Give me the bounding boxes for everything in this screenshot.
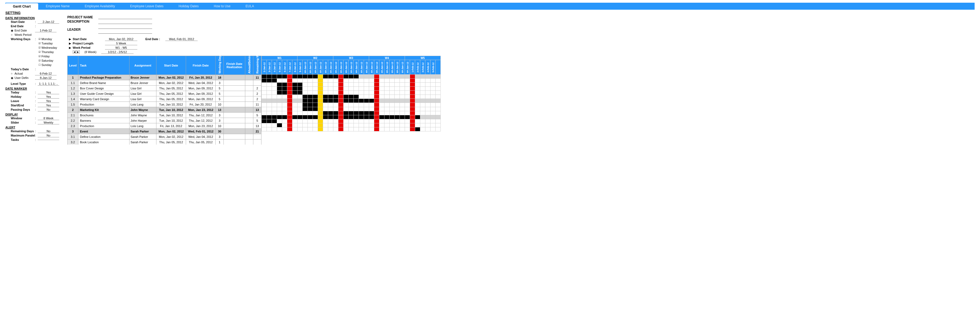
tab-employee-name[interactable]: Employee Name [38, 3, 77, 10]
date-marker-label-4: Passing Days [11, 108, 35, 111]
week-header: W1 [262, 56, 298, 60]
monday-check[interactable]: ☑ [38, 38, 41, 40]
week-spinner[interactable]: ◀▶ [73, 50, 80, 54]
table-row[interactable]: 1Product Package PreparationBruce Jenner… [68, 75, 261, 80]
saturday-check[interactable]: ☑ [38, 59, 41, 62]
date-header: ##-Jan-12 [390, 60, 395, 75]
date-header: ##-Jan-12 [400, 60, 405, 75]
table-row[interactable]: 2.1BrochuresJohn WayneTue, Jan 10, 2012T… [68, 113, 261, 118]
date-marker-val-4[interactable]: No [38, 108, 59, 112]
table-row[interactable]: 1.1Define Brand NameBruce JennerMon, Jan… [68, 80, 261, 86]
tuesday-check[interactable]: ☑ [38, 42, 41, 45]
week-period-radio[interactable]: ○ [11, 33, 13, 37]
actual-radio[interactable]: ○ [11, 72, 13, 75]
date-marker-val-2[interactable]: Yes [38, 99, 59, 103]
project-desc-label: DESCRIPTION [67, 20, 93, 24]
col-ab: Ahead/Behind [245, 56, 253, 75]
sunday-check[interactable]: ☐ [38, 64, 41, 66]
timeline-row [262, 91, 441, 95]
date-header [436, 60, 441, 75]
display-val-0[interactable]: 8 Week [38, 116, 59, 120]
date-header: ##-Jan-12 [302, 60, 308, 75]
alert-val-2[interactable] [38, 140, 59, 140]
sheet-tabs: Gantt Chart Employee Name Employee Avail… [5, 3, 975, 10]
week-header: W3 [333, 56, 369, 60]
table-row[interactable]: 1.2Box Cover DesignLisa GirlThu, Jan 05,… [68, 86, 261, 91]
friday-check[interactable]: ☑ [38, 55, 41, 57]
date-header: ##-Jan-12 [318, 60, 323, 75]
project-leader-input[interactable] [98, 30, 152, 33]
display-val-1[interactable]: Weekly [38, 121, 59, 124]
tab-employee-availability[interactable]: Employee Availability [77, 3, 123, 10]
tab-gantt-chart[interactable]: Gantt Chart [5, 3, 38, 10]
date-marker-val-1[interactable]: Yes [38, 95, 59, 99]
proj-end-label: End Date : [145, 37, 160, 41]
actual-label: Actual [14, 72, 35, 75]
user-radio[interactable]: ◉ [11, 76, 13, 80]
end-date-input[interactable]: 1-Feb-12 [35, 29, 57, 32]
date-header: 3-Feb-12 [420, 60, 425, 75]
date-header: 4-Jan-12 [272, 60, 277, 75]
arrow-icon: ▶ [67, 46, 73, 49]
alert-val-0[interactable]: No [38, 129, 59, 133]
date-info-header: DATE INFORMATION [5, 16, 62, 20]
end-date-radio[interactable]: ◉ [11, 29, 13, 32]
date-header: 7-Jan-12 [287, 60, 293, 75]
col-real: Finish Date Realization [224, 56, 245, 75]
date-header: ##-Jan-12 [359, 60, 364, 75]
table-row[interactable]: 2.3ProductionLois LangFri, Jan 13, 2012M… [68, 123, 261, 129]
table-row[interactable]: 2Marketing KitJohn WayneTue, Jan 10, 201… [68, 107, 261, 113]
tab-eula[interactable]: EULA [238, 3, 261, 10]
col-task: Task [78, 56, 129, 75]
col-start: Start Date [156, 56, 186, 75]
level-type-label: Level Type [11, 82, 35, 85]
date-marker-label-3: Start/End [11, 104, 35, 107]
date-marker-val-3[interactable]: Yes [38, 104, 59, 107]
tuesday-label: Tuesday [41, 42, 53, 45]
date-marker-label-2: Leave [11, 99, 35, 103]
alert-label-1: Maximum Paralel [11, 134, 35, 137]
table-row[interactable]: 3EventSarah ParkerMon, Jan 02, 2012Wed, … [68, 129, 261, 134]
alert-header: ALERT [5, 126, 62, 129]
timeline-row [262, 107, 441, 111]
thursday-label: Thursday [41, 50, 54, 54]
date-header: ##-Jan-12 [354, 60, 359, 75]
table-row[interactable]: 1.4Warranty Card DesignLisa GirlThu, Jan… [68, 96, 261, 102]
proj-period-label: Week Period [73, 46, 105, 49]
actual-date[interactable]: 6-Feb-12 [35, 72, 57, 75]
date-header: 1-Feb-12 [410, 60, 415, 75]
date-marker-label-1: Holiday [11, 95, 35, 98]
date-header: 8-Jan-12 [293, 60, 298, 75]
wednesday-check[interactable]: ☑ [38, 46, 41, 49]
arrow-icon: ▶ [67, 37, 73, 41]
date-marker-label-0: Today [11, 91, 35, 94]
project-name-input[interactable] [98, 15, 152, 19]
tab-how-to-use[interactable]: How to Use [206, 3, 238, 10]
project-desc-input-2[interactable] [98, 25, 152, 29]
table-row[interactable]: 3.2Book LocationSarah ParkerThu, Jan 05,… [68, 140, 261, 145]
table-row[interactable]: 3.1Define LocationSarah ParkerMon, Jan 0… [68, 134, 261, 140]
table-row[interactable]: 1.3User Guide Cover DesignLisa GirlThu, … [68, 91, 261, 96]
table-row[interactable]: 1.5ProductionLois LangTue, Jan 10, 2012F… [68, 102, 261, 107]
end-date-radio-label: End Date [14, 29, 35, 32]
col-level: Level [68, 56, 78, 75]
timeline-row [262, 115, 441, 119]
todays-date-label: Today's Date [11, 68, 35, 71]
tab-holiday-dates[interactable]: Holiday Dates [171, 3, 206, 10]
tab-employee-leave[interactable]: Employee Leave Dates [123, 3, 171, 10]
table-row[interactable]: 2.2BannersJohn HarperTue, Jan 10, 2012Th… [68, 118, 261, 123]
level-type-input[interactable]: 1; 1.1; 1.1.1; .. [38, 82, 59, 86]
timeline-row [262, 111, 441, 115]
week-header: W4 [369, 56, 405, 60]
timeline: W1W2W3W4W5 2-Jan-123-Jan-124-Jan-125-Jan… [261, 56, 441, 131]
timeline-row [262, 123, 441, 127]
thursday-check[interactable]: ☑ [38, 51, 41, 53]
alert-label-2: Tasks [11, 138, 35, 141]
project-desc-input-1[interactable] [98, 20, 152, 24]
start-date-input[interactable]: 2-Jan-12 [38, 20, 59, 24]
col-assignment: Assignment [129, 56, 156, 75]
alert-val-1[interactable]: No [38, 134, 59, 137]
timeline-row [262, 99, 441, 103]
date-marker-val-0[interactable]: Yes [38, 91, 59, 94]
user-date[interactable]: 8-Jan-12 [35, 76, 57, 80]
